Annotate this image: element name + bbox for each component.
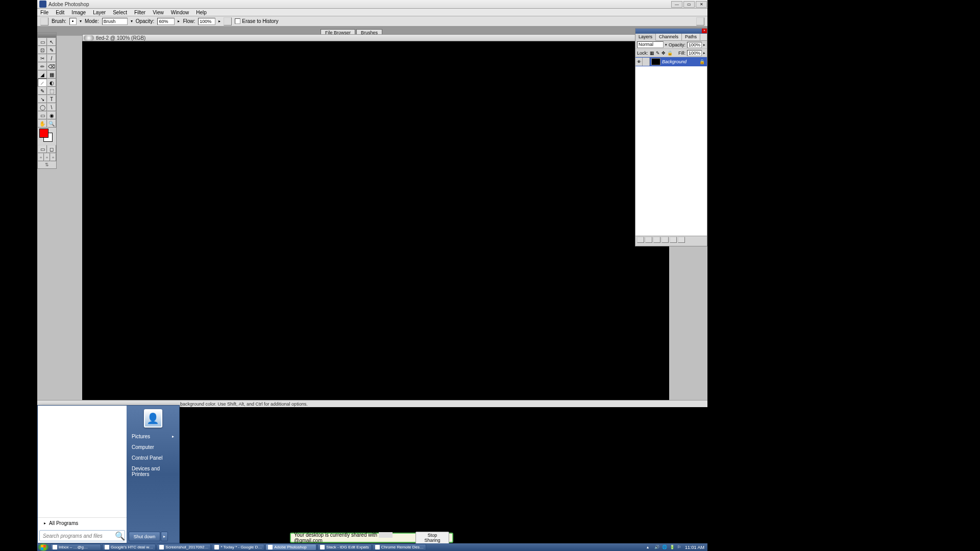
taskbar-item[interactable]: * Today * - Google D… [212, 544, 264, 550]
action-center-icon[interactable]: ⚐ [677, 545, 682, 550]
fill-value[interactable]: 100% [687, 50, 702, 56]
screen-mode-1-icon[interactable]: ▫ [38, 153, 44, 161]
type-tool[interactable]: T [47, 95, 56, 103]
blend-dropdown-icon[interactable]: ▾ [665, 43, 667, 47]
delete-layer-icon[interactable] [678, 237, 685, 243]
lock-pixels-icon[interactable]: ✎ [656, 51, 660, 56]
foreground-color[interactable] [39, 129, 48, 138]
wand-tool[interactable]: ✎ [47, 46, 56, 54]
layer-mask-icon[interactable] [645, 237, 652, 243]
tool-preset-icon[interactable] [40, 17, 48, 26]
start-item-computer[interactable]: Computer [127, 442, 179, 453]
checkbox-icon[interactable] [235, 18, 240, 24]
path-tool[interactable]: ↘ [38, 95, 47, 103]
blend-mode-dropdown[interactable]: Normal [637, 41, 664, 48]
erase-history-checkbox[interactable]: Erase to History [235, 18, 278, 24]
crop-tool[interactable]: ✂ [38, 54, 47, 62]
gradient-tool[interactable]: ◐ [47, 79, 56, 87]
taskbar-item[interactable]: Google's HTC deal w… [102, 544, 156, 550]
shutdown-options-icon[interactable]: ▸ [161, 532, 168, 541]
notes-tool[interactable]: ▭ [38, 111, 47, 119]
brush-tool[interactable]: ⌫ [47, 62, 56, 70]
lock-all-icon[interactable]: 🔒 [667, 51, 673, 56]
line-tool[interactable]: \ [47, 103, 56, 111]
jump-to-icon[interactable]: ⇅ [38, 161, 56, 168]
screen-mode-3-icon[interactable]: ▫ [50, 153, 56, 161]
panel-tab-channels[interactable]: Channels [656, 34, 682, 40]
menu-help[interactable]: Help [196, 10, 207, 15]
panel-close-icon[interactable]: × [702, 29, 707, 33]
volume-icon[interactable]: 🔊 [654, 545, 659, 550]
taskbar-item[interactable]: Screenshot_2017092… [157, 544, 211, 550]
taskbar-item[interactable]: Chrome Remote Des… [373, 544, 426, 550]
taskbar-item[interactable]: Inbox – …@g… [50, 544, 101, 550]
stamp-tool[interactable]: ◢ [38, 70, 47, 79]
screen-mode-2-icon[interactable]: ▫ [44, 153, 50, 161]
stop-sharing-button[interactable]: Stop Sharing [415, 532, 449, 544]
eyedropper-tool[interactable]: ◉ [47, 111, 56, 119]
start-item-pictures[interactable]: Pictures ▸ [127, 431, 179, 442]
menu-image[interactable]: Image [71, 10, 86, 15]
layer-set-icon[interactable] [653, 237, 660, 243]
opacity-arrow-icon[interactable]: ▸ [178, 19, 180, 23]
flow-arrow-icon[interactable]: ▸ [218, 19, 220, 23]
layer-link-icon[interactable] [643, 58, 650, 66]
lasso-tool[interactable]: ⊡ [38, 46, 47, 54]
mode-dropdown[interactable]: Brush [102, 18, 128, 25]
canvas[interactable] [82, 41, 669, 405]
menu-filter[interactable]: Filter [134, 10, 145, 15]
opacity-arrow-icon[interactable]: ▸ [703, 43, 705, 47]
menu-file[interactable]: File [40, 10, 48, 15]
palette-well-icon[interactable] [696, 17, 704, 26]
menu-select[interactable]: Select [113, 10, 127, 15]
eraser-tool[interactable]: ⟋ [38, 79, 47, 87]
maximize-button[interactable]: ▭ [683, 1, 695, 8]
heal-tool[interactable]: ✏ [38, 62, 47, 70]
flow-field[interactable]: 100% [198, 18, 215, 25]
tray-up-icon[interactable]: ▴ [647, 545, 652, 550]
quickmask-mode-icon[interactable]: ◻ [47, 145, 56, 153]
marquee-tool[interactable]: ▭ [38, 38, 47, 46]
blur-tool[interactable]: ✎ [38, 87, 47, 95]
search-input[interactable] [40, 533, 115, 539]
brush-preview[interactable] [69, 18, 77, 25]
standard-mode-icon[interactable]: ▭ [38, 145, 47, 153]
lock-position-icon[interactable]: ✥ [662, 51, 666, 56]
layer-style-icon[interactable] [637, 237, 644, 243]
opacity-field[interactable]: 60% [157, 18, 175, 25]
brush-dropdown-icon[interactable]: ▾ [80, 19, 82, 23]
taskbar-item[interactable]: Slack - IDG Edit Expats [317, 544, 372, 550]
lock-transparency-icon[interactable]: ▦ [650, 51, 654, 56]
close-button[interactable]: ✕ [696, 1, 707, 8]
pinned-programs-list[interactable] [38, 406, 127, 517]
start-search[interactable]: 🔍 [39, 530, 125, 541]
history-brush-tool[interactable]: ▦ [47, 70, 56, 79]
start-item-control-panel[interactable]: Control Panel [127, 453, 179, 463]
taskbar-item[interactable]: Adobe Photoshop [265, 544, 316, 550]
mode-dropdown-icon[interactable]: ▾ [131, 19, 133, 23]
panel-opacity-value[interactable]: 100% [687, 42, 702, 48]
minimize-button[interactable]: — [671, 1, 682, 8]
user-avatar[interactable]: 👤 [144, 409, 162, 428]
network-icon[interactable]: 🌐 [662, 545, 667, 550]
all-programs-button[interactable]: All Programs [38, 517, 127, 529]
fill-arrow-icon[interactable]: ▸ [703, 51, 705, 55]
dodge-tool[interactable]: ⬚ [47, 87, 56, 95]
layer-row[interactable]: Background 🔒 [635, 57, 707, 66]
move-tool[interactable]: ↖ [47, 38, 56, 46]
menu-view[interactable]: View [153, 10, 164, 15]
layer-thumbnail[interactable] [651, 58, 660, 65]
start-item-devices[interactable]: Devices and Printers [127, 463, 179, 480]
menu-edit[interactable]: Edit [56, 10, 64, 15]
panel-header[interactable]: × [635, 29, 707, 34]
start-button[interactable] [38, 543, 48, 551]
panel-tab-paths[interactable]: Paths [682, 34, 700, 40]
menu-window[interactable]: Window [171, 10, 189, 15]
panel-tab-layers[interactable]: Layers [635, 34, 656, 41]
menu-layer[interactable]: Layer [93, 10, 106, 15]
layer-visibility-icon[interactable] [635, 58, 643, 66]
adjustment-layer-icon[interactable] [662, 237, 669, 243]
pen-tool[interactable]: ◯ [38, 103, 47, 111]
clock[interactable]: 11:01 AM [685, 545, 704, 550]
hand-tool[interactable]: ✋ [38, 119, 47, 128]
